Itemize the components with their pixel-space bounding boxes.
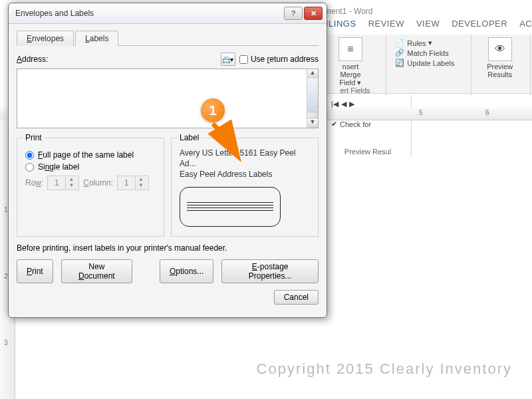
label-frame[interactable]: Label Avery US Letter, 5161 Easy Peel Ad… — [171, 138, 319, 237]
match-fields-label: Match Fields — [407, 49, 448, 57]
epostage-button[interactable]: E-postage Properties...E-postage Propert… — [221, 259, 319, 283]
close-button[interactable]: ✕ — [304, 7, 323, 20]
address-scrollbar[interactable]: ▲ ▼ — [307, 69, 318, 128]
column-value: 1 — [118, 178, 135, 188]
update-icon: 🔄 — [395, 59, 404, 67]
row-value: 1 — [48, 178, 65, 188]
help-icon: ? — [291, 9, 295, 17]
watermark-text: Copyright 2015 Clearly Inventory — [257, 360, 512, 378]
label-product-line2: Easy Peel Address Labels — [180, 169, 310, 180]
row-label: Row:Row: — [25, 178, 43, 188]
tab-view[interactable]: VIEW — [416, 19, 440, 29]
use-return-address-checkbox[interactable]: Use return addressUse return address — [239, 55, 319, 64]
preview-results-label: Preview Results — [487, 63, 513, 78]
print-button[interactable]: PrintPrint — [17, 259, 53, 283]
single-label-radio-input[interactable] — [25, 163, 34, 172]
use-return-checkbox-input[interactable] — [239, 55, 248, 64]
label-frame-title: Label — [177, 133, 201, 142]
scroll-down-button[interactable]: ▼ — [307, 118, 318, 128]
print-frame-title: Print — [23, 133, 45, 142]
ruler-tick-5: 5 — [419, 109, 423, 116]
tab-developer[interactable]: DEVELOPER — [452, 19, 507, 29]
check-icon: ✔ — [331, 120, 337, 128]
envelopes-labels-dialog: Envelopes and Labels ? ✕ EEnvelopesnvelo… — [8, 3, 327, 318]
address-book-button[interactable]: 📇▾ — [221, 53, 235, 66]
manual-feeder-hint: Before printing, insert labels in your p… — [17, 243, 319, 253]
ribbon-group-label-fields: ert Fields — [325, 86, 386, 94]
vruler-1: 1 — [4, 206, 8, 213]
check-errors-button[interactable]: ✔Check for — [331, 120, 404, 128]
ribbon: ≡ nsert Merge Field ▾ ert Fields 📄Rules … — [325, 35, 532, 94]
annotation-step-number: 1 — [209, 103, 216, 118]
column-spinner: 1 ▲▼ — [117, 176, 149, 190]
vruler-2: 2 — [4, 273, 8, 280]
label-product-line1: Avery US Letter, 5161 Easy Peel Ad... — [180, 148, 310, 169]
insert-merge-field-label: nsert Merge Field — [340, 63, 361, 86]
dialog-tabstrip: EEnvelopesnvelopes LabelsLabels — [17, 29, 319, 46]
row-down-icon: ▼ — [66, 183, 76, 189]
cancel-button[interactable]: Cancel — [274, 290, 319, 305]
preview-results-button[interactable]: 👁 Preview Results — [481, 37, 519, 78]
dialog-titlebar[interactable]: Envelopes and Labels ? ✕ — [9, 3, 327, 24]
ruler-tick-6: 6 — [485, 109, 489, 116]
merge-field-icon: ≡ — [338, 37, 362, 61]
full-page-radio-input[interactable] — [25, 151, 34, 160]
word-titlebar-text: ment1 - Word — [325, 7, 372, 16]
tab-acrobat[interactable]: ACR — [519, 19, 532, 29]
options-button[interactable]: Options...Options... — [160, 259, 213, 283]
rules-button[interactable]: 📄Rules ▾ — [395, 39, 464, 47]
col-down-icon: ▼ — [136, 183, 146, 189]
insert-merge-field-button[interactable]: ≡ nsert Merge Field ▾ — [331, 37, 370, 87]
scroll-up-button[interactable]: ▲ — [307, 69, 318, 79]
print-frame: Print Full page of the same labelFull pa… — [17, 138, 164, 237]
tab-envelopes[interactable]: EEnvelopesnvelopes — [17, 31, 74, 46]
check-errors-label: Check for — [340, 120, 371, 128]
rules-icon: 📄 — [395, 39, 404, 47]
ribbon-group-label-preview: Preview Resul — [325, 148, 411, 156]
tab-mailings[interactable]: ILINGS — [326, 19, 356, 29]
new-document-button[interactable]: New DocumentNew Document — [61, 259, 132, 283]
tab-review[interactable]: REVIEW — [368, 19, 404, 29]
update-labels-button[interactable]: 🔄Update Labels — [395, 59, 464, 67]
rules-label: Rules — [407, 39, 426, 47]
label-preview-icon — [180, 187, 281, 227]
tab-labels[interactable]: LabelsLabels — [75, 31, 118, 46]
match-icon: 🔗 — [395, 49, 404, 57]
preview-icon: 👁 — [488, 37, 512, 61]
match-fields-button[interactable]: 🔗Match Fields — [395, 49, 464, 57]
annotation-step-badge: 1 — [201, 98, 225, 122]
full-page-radio[interactable]: Full page of the same labelFull page of … — [25, 150, 156, 160]
column-label: Column:Column: — [83, 178, 113, 188]
vruler-3: 3 — [4, 339, 8, 346]
help-button[interactable]: ? — [284, 7, 303, 20]
update-labels-label: Update Labels — [407, 59, 454, 67]
dialog-title: Envelopes and Labels — [15, 9, 284, 18]
single-label-radio[interactable]: Single labelSingle label — [25, 162, 156, 172]
address-textarea[interactable]: ▲ ▼ — [17, 68, 319, 128]
address-book-icon: 📇 — [222, 56, 230, 63]
close-icon: ✕ — [311, 9, 317, 18]
address-label: Address:Address: — [17, 55, 221, 64]
scroll-thumb[interactable] — [307, 78, 318, 112]
ribbon-tabs: ILINGS REVIEW VIEW DEVELOPER ACR — [326, 19, 532, 29]
row-spinner: 1 ▲▼ — [47, 176, 79, 190]
